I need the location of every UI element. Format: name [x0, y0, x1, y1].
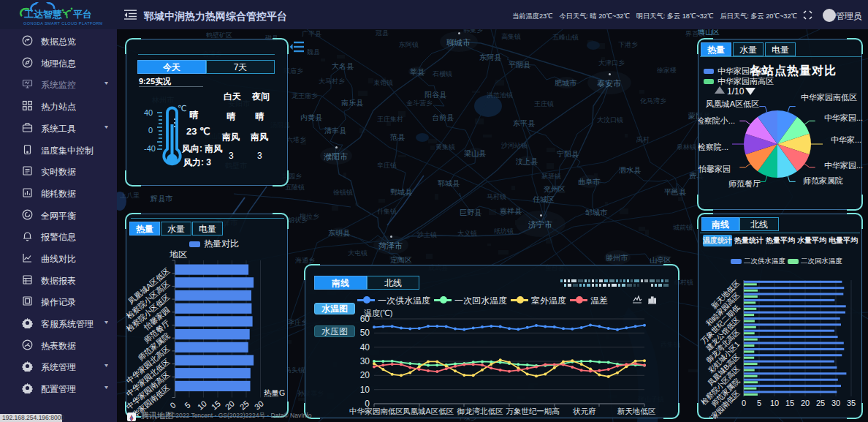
svg-text:20: 20 — [801, 399, 810, 407]
svg-text:工达智慧: 工达智慧 — [24, 9, 62, 20]
svg-text:40: 40 — [144, 108, 153, 117]
svg-text:凤凰城A区低区: 凤凰城A区低区 — [706, 99, 759, 108]
svg-text:中华家园南低区: 中华家园南低区 — [801, 93, 857, 102]
svg-text:30: 30 — [831, 399, 840, 407]
svg-text:60: 60 — [360, 314, 370, 324]
svg-text:20: 20 — [360, 370, 370, 380]
svg-text:GONGDA SMART CLOUD PLATFORM: GONGDA SMART CLOUD PLATFORM — [23, 21, 102, 26]
svg-text:凤凰城A区低区: 凤凰城A区低区 — [403, 407, 454, 415]
svg-text:5: 5 — [183, 400, 191, 410]
svg-text:状元府: 状元府 — [572, 407, 596, 415]
svg-text:中华家...: 中华家... — [831, 135, 861, 144]
svg-text:10: 10 — [360, 385, 370, 395]
svg-text:40: 40 — [360, 342, 370, 353]
svg-text:平台: 平台 — [73, 9, 92, 20]
svg-text:0: 0 — [168, 400, 177, 410]
svg-text:30: 30 — [360, 356, 370, 366]
svg-text:15: 15 — [210, 399, 222, 411]
svg-text:15: 15 — [785, 399, 794, 407]
svg-text:师范家属院: 师范家属院 — [803, 176, 843, 185]
svg-text:万象世纪一期高: 万象世纪一期高 — [506, 407, 560, 415]
svg-text:怡馨家园: 怡馨家园 — [698, 165, 731, 173]
svg-text:新天地低区: 新天地低区 — [617, 407, 656, 415]
svg-text:5: 5 — [757, 399, 761, 407]
svg-text:0: 0 — [148, 126, 153, 135]
svg-text:御龙湾北低区: 御龙湾北低区 — [457, 407, 504, 415]
svg-text:℃: ℃ — [178, 104, 186, 113]
svg-text:25: 25 — [238, 399, 251, 411]
svg-text:30: 30 — [253, 399, 265, 411]
svg-text:50: 50 — [360, 328, 370, 338]
svg-text:20: 20 — [224, 399, 236, 411]
svg-text:检察院...: 检察院... — [698, 143, 728, 151]
svg-text:检察院小...: 检察院小... — [698, 116, 735, 125]
svg-text:25: 25 — [816, 399, 825, 407]
svg-text:10: 10 — [770, 399, 779, 407]
svg-text:中华家园...: 中华家园... — [824, 113, 863, 122]
svg-text:0: 0 — [742, 399, 746, 407]
svg-text:热量G: 热量G — [264, 388, 285, 397]
svg-text:师范餐厅: 师范餐厅 — [728, 179, 761, 188]
svg-text:中华家园南低区: 中华家园南低区 — [349, 407, 403, 415]
svg-text:10: 10 — [196, 399, 208, 411]
svg-text:-40: -40 — [144, 144, 156, 153]
svg-text:中华家园...: 中华家园... — [824, 161, 863, 170]
